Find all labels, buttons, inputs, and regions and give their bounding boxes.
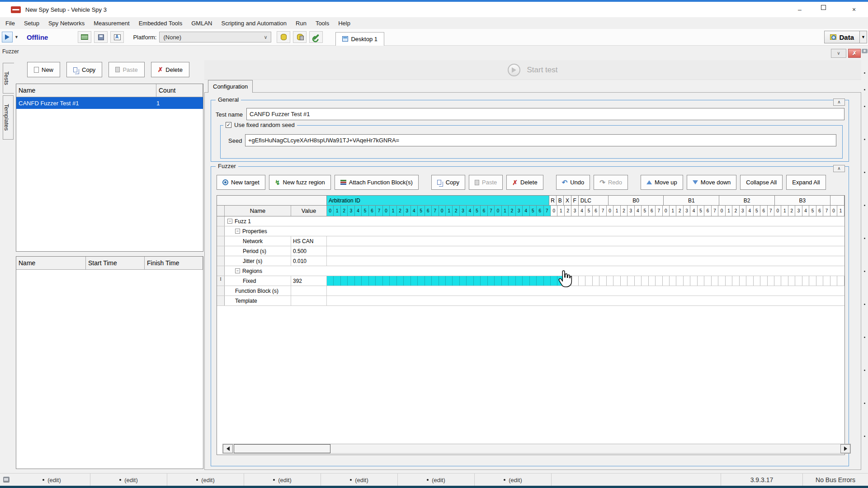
empty-bit-cell[interactable]: [712, 276, 718, 286]
menu-help[interactable]: Help: [334, 18, 355, 28]
row-value-cell[interactable]: HS CAN: [291, 236, 327, 246]
minimize-button[interactable]: –: [794, 5, 806, 14]
fuzz-region-cell[interactable]: [369, 276, 376, 286]
row-name-cell[interactable]: Fixed: [225, 276, 291, 286]
empty-bit-cell[interactable]: [607, 276, 613, 286]
expander-icon[interactable]: −: [235, 268, 240, 273]
fuzz-region-cell[interactable]: [327, 276, 334, 286]
empty-bit-cell[interactable]: [781, 276, 788, 286]
grid-horizontal-scrollbar[interactable]: [222, 444, 851, 454]
empty-bit-cell[interactable]: [599, 276, 606, 286]
run-button[interactable]: [2, 32, 13, 42]
empty-bit-cell[interactable]: [760, 276, 767, 286]
row-bits[interactable]: [327, 236, 844, 246]
row-bits[interactable]: [327, 216, 844, 226]
scroll-thumb[interactable]: [234, 444, 330, 453]
empty-bit-cell[interactable]: [663, 276, 670, 286]
row-value-cell[interactable]: 0.500: [291, 246, 327, 256]
value-column-header[interactable]: Value: [291, 206, 327, 216]
fuzz-region-cell[interactable]: [446, 276, 453, 286]
fuzz-region-cell[interactable]: [348, 276, 354, 286]
fuzz-region-cell[interactable]: [557, 276, 564, 286]
delete-button[interactable]: ✗Delete: [151, 62, 189, 77]
menu-file[interactable]: File: [1, 18, 19, 28]
row-value-cell[interactable]: [291, 296, 327, 305]
fuzz-region-cell[interactable]: [509, 276, 515, 286]
test-row-selected[interactable]: CANFD Fuzzer Test #1 1: [16, 97, 203, 109]
row-bits[interactable]: [327, 256, 844, 266]
menu-tools[interactable]: Tools: [311, 18, 334, 28]
empty-bit-cell[interactable]: [649, 276, 656, 286]
empty-bit-cell[interactable]: [656, 276, 662, 286]
menu-setup[interactable]: Setup: [19, 18, 44, 28]
fuzz-region-cell[interactable]: [460, 276, 467, 286]
row-gutter[interactable]: [217, 236, 225, 246]
empty-bit-cell[interactable]: [676, 276, 683, 286]
empty-bit-cell[interactable]: [795, 276, 802, 286]
scroll-left-button[interactable]: [223, 444, 233, 453]
undo-button[interactable]: ↶Undo: [556, 175, 590, 190]
collapse-all-button[interactable]: Collapse All: [740, 175, 783, 190]
empty-bit-cell[interactable]: [684, 276, 690, 286]
general-collapse-button[interactable]: ∧: [833, 99, 845, 106]
desktop-tab[interactable]: Desktop 1: [335, 32, 384, 46]
row-bits[interactable]: [327, 276, 844, 286]
status-edit-cell-6[interactable]: (edit): [398, 474, 475, 486]
status-edit-cell-1[interactable]: (edit): [14, 474, 90, 486]
menu-spy-networks[interactable]: Spy Networks: [44, 18, 89, 28]
row-value-cell[interactable]: 392: [291, 276, 327, 286]
empty-bit-cell[interactable]: [830, 276, 837, 286]
row-gutter[interactable]: [217, 266, 225, 276]
row-name-cell[interactable]: −Regions: [225, 266, 327, 276]
fuzz-region-cell[interactable]: [355, 276, 362, 286]
fuzz-region-cell[interactable]: [362, 276, 368, 286]
fuzz-region-cell[interactable]: [376, 276, 382, 286]
runs-col-name[interactable]: Name: [16, 257, 86, 269]
fuzz-region-cell[interactable]: [390, 276, 396, 286]
empty-bit-cell[interactable]: [802, 276, 809, 286]
fuzz-region-cell[interactable]: [502, 276, 509, 286]
empty-bit-cell[interactable]: [768, 276, 774, 286]
empty-bit-cell[interactable]: [635, 276, 642, 286]
fuzz-region-cell[interactable]: [334, 276, 340, 286]
data-button[interactable]: Data: [824, 31, 860, 43]
fuzz-region-cell[interactable]: [488, 276, 495, 286]
move-up-button[interactable]: Move up: [641, 175, 683, 190]
run-dropdown-icon[interactable]: ▼: [13, 35, 20, 39]
empty-bit-cell[interactable]: [809, 276, 816, 286]
empty-bit-cell[interactable]: [593, 276, 599, 286]
empty-bit-cell[interactable]: [774, 276, 781, 286]
delete-button[interactable]: ✗Delete: [506, 175, 543, 190]
fuzz-region-cell[interactable]: [411, 276, 418, 286]
empty-bit-cell[interactable]: [585, 276, 592, 286]
vehiclescape-daq-button[interactable]: [277, 31, 290, 43]
data-download-button[interactable]: [293, 31, 307, 43]
fuzz-region-cell[interactable]: [467, 276, 473, 286]
row-bits[interactable]: [327, 246, 844, 256]
move-down-button[interactable]: Move down: [687, 175, 736, 190]
empty-bit-cell[interactable]: [754, 276, 760, 286]
paste-button[interactable]: Paste: [108, 62, 144, 77]
copy-button[interactable]: Copy: [66, 62, 102, 77]
tab-configuration[interactable]: Configuration: [208, 80, 253, 93]
status-edit-cell-4[interactable]: (edit): [244, 474, 321, 486]
row-gutter[interactable]: [217, 246, 225, 256]
save-button[interactable]: [94, 31, 108, 43]
hardware-tools-button[interactable]: [309, 31, 323, 43]
row-bits[interactable]: [327, 286, 844, 296]
empty-bit-cell[interactable]: [788, 276, 795, 286]
row-name-cell[interactable]: −Fuzz 1: [225, 216, 327, 226]
row-gutter[interactable]: [217, 296, 225, 305]
seed-input[interactable]: [245, 134, 836, 146]
empty-bit-cell[interactable]: [627, 276, 634, 286]
menu-scripting-and-automation[interactable]: Scripting and Automation: [217, 18, 291, 28]
row-name-cell[interactable]: Period (s): [225, 246, 291, 256]
empty-bit-cell[interactable]: [816, 276, 823, 286]
new-fuzz-region-button[interactable]: ↯New fuzz region: [269, 175, 331, 190]
row-value-cell[interactable]: [291, 286, 327, 296]
empty-bit-cell[interactable]: [746, 276, 753, 286]
new-button[interactable]: New: [27, 62, 60, 77]
row-name-cell[interactable]: Network: [225, 236, 291, 246]
tab-templates[interactable]: Templates: [3, 95, 14, 140]
fuzz-region-cell[interactable]: [453, 276, 459, 286]
